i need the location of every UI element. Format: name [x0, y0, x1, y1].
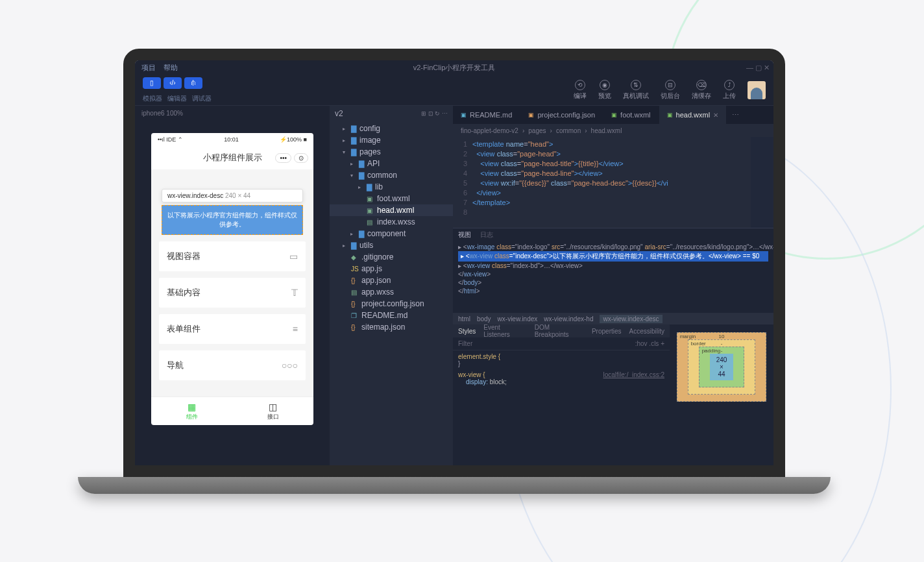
folder-icon: ▇ [367, 183, 372, 191]
tool-切后台[interactable]: ⊟切后台 [661, 80, 680, 101]
tree-config[interactable]: ▸▇config [330, 123, 453, 134]
folder-icon: ▇ [351, 125, 356, 133]
tool-真机调试[interactable]: ⇅真机调试 [623, 80, 649, 101]
tool-预览[interactable]: ◉预览 [598, 80, 611, 101]
tree-pages[interactable]: ▾▇pages [330, 146, 453, 158]
pill-label-debug: 调试器 [192, 94, 212, 103]
tab-project.config.json[interactable]: ▣project.config.json [520, 106, 603, 124]
phone-status-time: 10:01 [224, 136, 239, 143]
pill-label-sim: 模拟器 [143, 94, 162, 103]
close-icon[interactable]: ✕ [713, 112, 718, 119]
inspect-tooltip: wx-view.index-desc 240 × 44 [162, 189, 303, 202]
pill-simulator[interactable]: ▯ [143, 77, 161, 89]
window-controls[interactable]: ― ▢ ✕ [746, 64, 770, 72]
tabs-more[interactable]: ⋯ [727, 106, 744, 124]
devtools: 视图 日志 ▸ <wx-image class="index-logo" src… [453, 228, 773, 465]
capsule-menu[interactable]: ••• [275, 153, 291, 163]
tree-sitemap.json[interactable]: {}sitemap.json [330, 321, 453, 333]
tree-component[interactable]: ▸▇component [330, 228, 453, 239]
menu-project[interactable]: 项目 [141, 63, 156, 73]
tree-API[interactable]: ▸▇API [330, 158, 453, 169]
list-item[interactable]: 视图容器▭ [159, 241, 306, 271]
window-title: v2-FinClip小程序开发工具 [413, 63, 496, 73]
tab-README.md[interactable]: ▣README.md [453, 106, 520, 124]
tabbar-接口[interactable]: ◫接口 [232, 397, 313, 425]
file-explorer: v2 ⊞ ⊡ ↻ ⋯ ▸▇config▸▇image▾▇pages▸▇API▾▇… [330, 106, 453, 465]
subtab-Properties[interactable]: Properties [592, 328, 622, 335]
avatar[interactable] [748, 81, 766, 99]
tree-app.wxss[interactable]: ▤app.wxss [330, 286, 453, 298]
tool-编译[interactable]: ⟲编译 [574, 80, 587, 101]
crumb-html[interactable]: html [458, 315, 470, 323]
crumb-wx-view.index-hd[interactable]: wx-view.index-hd [544, 315, 593, 323]
pill-editor[interactable]: ‹/› [164, 77, 182, 89]
subtab-Accessibility[interactable]: Accessibility [629, 328, 664, 335]
pill-debugger[interactable]: ⫛ [184, 77, 202, 89]
laptop-frame: 项目 帮助 v2-FinClip小程序开发工具 ― ▢ ✕ ▯ ‹/› ⫛ 模拟… [110, 49, 798, 516]
highlighted-element[interactable]: 以下将展示小程序官方组件能力，组件样式仅供参考。 [162, 205, 303, 235]
code-editor[interactable]: 12345678 <template name="head"> <view cl… [453, 137, 773, 228]
styles-filter-actions[interactable]: :hov .cls + [635, 340, 664, 347]
tree-project.config.json[interactable]: {}project.config.json [330, 298, 453, 310]
file-icon: ❐ [351, 312, 358, 319]
tree-.gitignore[interactable]: ◆.gitignore [330, 251, 453, 263]
menu-help[interactable]: 帮助 [164, 63, 178, 73]
folder-icon: ▇ [359, 160, 364, 168]
list-item[interactable]: 表单组件≡ [159, 314, 306, 344]
folder-icon: ▇ [359, 230, 364, 238]
list-item[interactable]: 导航○○○ [159, 350, 306, 380]
tree-app.js[interactable]: JSapp.js [330, 263, 453, 275]
minimap[interactable] [751, 137, 773, 228]
breadcrumb[interactable]: fino-applet-demo-v2 › pages › common › h… [453, 124, 773, 137]
tree-app.json[interactable]: {}app.json [330, 275, 453, 286]
phone-status-left: ••ıl IDE ⌃ [158, 136, 183, 143]
styles-filter[interactable]: Filter [458, 340, 472, 347]
tree-head.wxml[interactable]: ▣head.wxml [330, 204, 453, 216]
elements-breadcrumb[interactable]: htmlbodywx-view.indexwx-view.index-hdwx-… [453, 313, 773, 324]
phone-status-right: ⚡100% ■ [280, 136, 307, 143]
explorer-root[interactable]: v2 [335, 109, 343, 118]
menubar: 项目 帮助 v2-FinClip小程序开发工具 ― ▢ ✕ [135, 60, 773, 75]
styles-panel[interactable]: element.style {}</span><div class="sel">… [453, 350, 670, 465]
folder-icon: ▇ [351, 241, 356, 250]
simulator-status: iphone6 100% [135, 106, 330, 120]
crumb-body[interactable]: body [477, 315, 491, 323]
phone-preview: ••ıl IDE ⌃ 10:01 ⚡100% ■ 小程序组件展示 ••• ⊙ [151, 133, 313, 425]
tree-foot.wxml[interactable]: ▣foot.wxml [330, 193, 453, 204]
file-icon: ▤ [367, 219, 374, 226]
file-icon: JS [351, 265, 358, 273]
file-icon: ◆ [351, 254, 358, 261]
dt-tab-log[interactable]: 日志 [480, 230, 493, 239]
tree-utils[interactable]: ▸▇utils [330, 239, 453, 251]
file-icon: {} [351, 277, 358, 284]
file-icon: {} [351, 324, 358, 331]
tab-foot.wxml[interactable]: ▣foot.wxml [603, 106, 659, 124]
dt-tab-view[interactable]: 视图 [458, 230, 471, 239]
tree-README.md[interactable]: ❐README.md [330, 310, 453, 321]
tree-image[interactable]: ▸▇image [330, 134, 453, 146]
tree-common[interactable]: ▾▇common [330, 169, 453, 181]
phone-title: 小程序组件展示 [203, 152, 262, 164]
elements-panel[interactable]: ▸ <wx-image class="index-logo" src="../r… [453, 241, 773, 313]
tab-head.wxml[interactable]: ▣head.wxml✕ [659, 106, 727, 124]
pill-label-edit: 编辑器 [167, 94, 187, 103]
explorer-actions[interactable]: ⊞ ⊡ ↻ ⋯ [421, 110, 448, 117]
box-model: margin 10 border - padding - [670, 324, 773, 465]
crumb-wx-view.index[interactable]: wx-view.index [498, 315, 538, 323]
toolbar: ▯ ‹/› ⫛ 模拟器 编辑器 调试器 ⟲编译◉预览⇅真机调试⊟切后台⌫清缓存⤴… [135, 75, 773, 106]
subtab-Event Listeners[interactable]: Event Listeners [483, 324, 527, 338]
file-icon: {} [351, 300, 358, 308]
crumb-wx-view.index-desc[interactable]: wx-view.index-desc [600, 315, 662, 323]
editor-area: ▣README.md▣project.config.json▣foot.wxml… [453, 106, 773, 465]
tool-上传[interactable]: ⤴上传 [723, 80, 736, 101]
tabbar-组件[interactable]: ▦组件 [151, 397, 232, 425]
tree-lib[interactable]: ▸▇lib [330, 181, 453, 193]
file-icon: ▣ [367, 195, 374, 202]
subtab-DOM Breakpoints[interactable]: DOM Breakpoints [535, 324, 584, 338]
list-item[interactable]: 基础内容𝕋 [159, 278, 306, 308]
ide-app: 项目 帮助 v2-FinClip小程序开发工具 ― ▢ ✕ ▯ ‹/› ⫛ 模拟… [135, 60, 773, 465]
tool-清缓存[interactable]: ⌫清缓存 [692, 80, 711, 101]
subtab-Styles[interactable]: Styles [458, 328, 476, 335]
capsule-close[interactable]: ⊙ [294, 153, 308, 163]
tree-index.wxss[interactable]: ▤index.wxss [330, 216, 453, 228]
